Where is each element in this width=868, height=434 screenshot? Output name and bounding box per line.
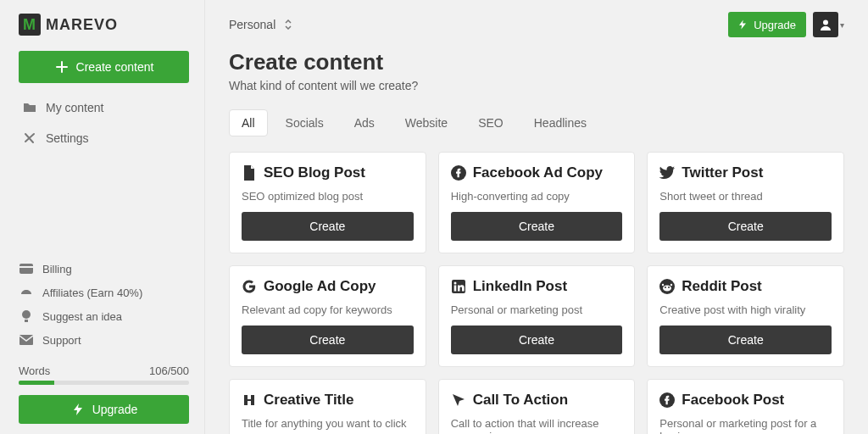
topbar: Personal Upgrade ▾: [229, 12, 844, 37]
credit-card-icon: [19, 261, 34, 276]
svg-point-13: [668, 287, 670, 288]
content-tabs: All Socials Ads Website SEO Headlines: [229, 109, 844, 136]
twitter-icon: [659, 165, 675, 181]
main-content: Personal Upgrade ▾: [205, 0, 868, 434]
card-linkedin-post: LinkedIn Post Personal or marketing post…: [438, 265, 636, 367]
primary-nav: My content Settings: [19, 95, 189, 151]
card-desc: Personal or marketing post: [451, 303, 623, 317]
svg-rect-3: [25, 320, 28, 322]
card-desc: SEO optimized blog post: [242, 190, 414, 203]
tab-socials[interactable]: Socials: [273, 109, 337, 136]
create-content-button[interactable]: Create content: [19, 51, 189, 83]
svg-rect-1: [19, 266, 33, 268]
topbar-upgrade-button[interactable]: Upgrade: [728, 12, 806, 37]
card-title: Reddit Post: [682, 278, 761, 295]
secondary-nav: Billing Affiliates (Earn 40%) Suggest an…: [19, 258, 189, 351]
linkedin-icon: [451, 279, 466, 294]
create-button[interactable]: Create: [242, 326, 414, 354]
svg-point-15: [662, 284, 664, 286]
reddit-icon: [659, 279, 675, 294]
tab-seo[interactable]: SEO: [465, 109, 516, 136]
plus-icon: [54, 59, 70, 75]
nav-settings[interactable]: Settings: [19, 125, 189, 151]
card-desc: Short tweet or thread: [659, 190, 832, 203]
nav-label: Affiliates (Earn 40%): [42, 287, 142, 299]
logo-mark-icon: M: [19, 14, 41, 36]
card-title: Facebook Ad Copy: [473, 164, 603, 181]
handshake-icon: [19, 285, 34, 300]
nav-label: My content: [46, 101, 103, 114]
cursor-icon: [451, 392, 466, 408]
nav-label: Settings: [46, 131, 89, 145]
envelope-icon: [19, 332, 34, 348]
svg-point-5: [823, 20, 828, 25]
svg-point-8: [453, 282, 456, 285]
document-icon: [242, 165, 257, 181]
card-google-ad-copy: Google Ad Copy Relevant ad copy for keyw…: [229, 265, 426, 367]
svg-point-14: [670, 284, 672, 286]
nav-suggest[interactable]: Suggest an idea: [19, 305, 189, 327]
svg-point-11: [663, 286, 671, 292]
avatar: [813, 12, 838, 37]
words-progress: [19, 381, 189, 385]
settings-icon: [22, 131, 37, 146]
card-desc: Personal or marketing post for a busines…: [659, 417, 832, 434]
nav-my-content[interactable]: My content: [19, 95, 189, 120]
card-facebook-ad-copy: Facebook Ad Copy High-converting ad copy…: [438, 152, 636, 253]
upgrade-label: Upgrade: [754, 19, 796, 31]
content-grid: SEO Blog Post SEO optimized blog post Cr…: [229, 152, 844, 434]
sidebar: M MAREVO Create content My content Setti…: [0, 0, 205, 434]
svg-point-12: [665, 287, 666, 288]
page-subtitle: What kind of content will we create?: [229, 79, 844, 92]
create-button[interactable]: Create: [659, 326, 832, 354]
page-title: Create content: [229, 49, 844, 75]
words-value: 106/500: [149, 364, 189, 377]
workspace-selector[interactable]: Personal: [229, 17, 296, 32]
chevron-updown-icon: [281, 17, 296, 32]
nav-label: Support: [42, 334, 81, 347]
sidebar-upgrade-button[interactable]: Upgrade: [19, 395, 189, 424]
chevron-down-icon: ▾: [840, 20, 844, 30]
tab-website[interactable]: Website: [392, 109, 460, 136]
card-title: Creative Title: [264, 392, 353, 409]
words-progress-fill: [19, 381, 54, 385]
card-title: Call To Action: [473, 392, 568, 409]
create-button[interactable]: Create: [242, 212, 414, 241]
nav-label: Billing: [42, 263, 72, 275]
nav-support[interactable]: Support: [19, 329, 189, 351]
workspace-name: Personal: [229, 18, 275, 31]
words-usage: Words 106/500: [19, 364, 189, 377]
create-content-label: Create content: [76, 60, 154, 74]
card-title: SEO Blog Post: [264, 164, 365, 181]
card-desc: High-converting ad copy: [451, 190, 623, 203]
create-button[interactable]: Create: [659, 212, 832, 241]
tab-all[interactable]: All: [229, 109, 268, 136]
account-menu[interactable]: ▾: [813, 12, 844, 37]
words-label: Words: [19, 364, 50, 377]
heading-icon: [242, 392, 257, 408]
bolt-icon: [70, 402, 86, 417]
folder-icon: [22, 100, 37, 115]
card-reddit-post: Reddit Post Creative post with high vira…: [647, 265, 844, 367]
card-title: LinkedIn Post: [473, 278, 567, 295]
facebook-icon: [659, 392, 675, 408]
card-call-to-action: Call To Action Call to action that will …: [438, 379, 636, 434]
nav-affiliates[interactable]: Affiliates (Earn 40%): [19, 281, 189, 303]
upgrade-label: Upgrade: [92, 403, 138, 416]
user-icon: [820, 19, 832, 31]
create-button[interactable]: Create: [451, 212, 623, 241]
card-desc: Creative post with high virality: [659, 303, 832, 317]
logo: M MAREVO: [19, 14, 189, 36]
card-twitter-post: Twitter Post Short tweet or thread Creat…: [647, 152, 844, 253]
card-title: Google Ad Copy: [264, 278, 376, 295]
facebook-icon: [451, 165, 466, 181]
tab-headlines[interactable]: Headlines: [521, 109, 599, 136]
nav-label: Suggest an idea: [42, 310, 122, 323]
tab-ads[interactable]: Ads: [342, 109, 387, 136]
create-button[interactable]: Create: [451, 326, 623, 354]
nav-billing[interactable]: Billing: [19, 258, 189, 280]
card-facebook-post: Facebook Post Personal or marketing post…: [647, 379, 844, 434]
bolt-icon: [738, 19, 747, 30]
card-creative-title: Creative Title Title for anything you wa…: [229, 379, 426, 434]
card-title: Twitter Post: [682, 164, 763, 181]
